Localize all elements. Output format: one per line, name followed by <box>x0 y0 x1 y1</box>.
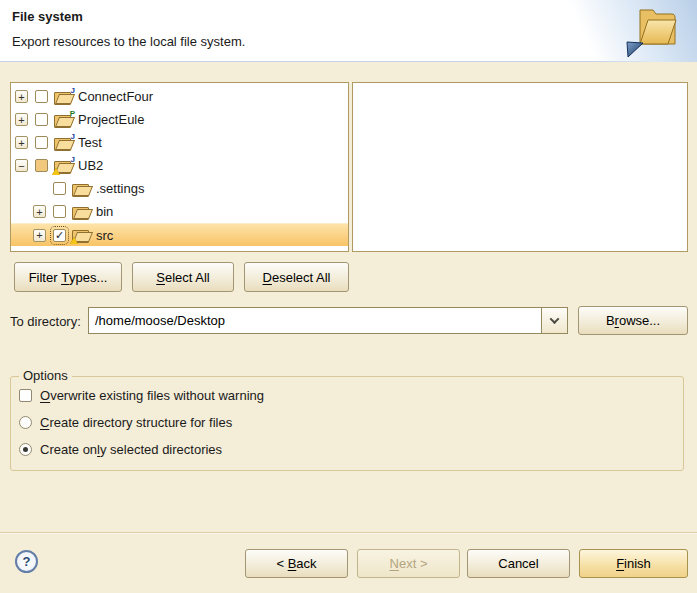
project-folder-icon: P <box>54 113 72 127</box>
to-directory-label: To directory: <box>10 314 81 329</box>
help-glyph: ? <box>23 554 31 569</box>
folder-icon <box>72 205 90 219</box>
project-decorator-icon: P <box>70 109 75 118</box>
deselect-all-button[interactable]: Deselect All <box>244 262 349 292</box>
back-button[interactable]: < Back <box>245 549 348 578</box>
expander-icon[interactable]: + <box>15 113 28 126</box>
checkbox[interactable] <box>35 113 48 126</box>
expander-icon[interactable]: + <box>15 90 28 103</box>
tree-item-label: bin <box>96 204 113 219</box>
wizard-header: File system Export resources to the loca… <box>0 0 697 62</box>
checkbox-grayed[interactable] <box>35 159 48 172</box>
export-folder-icon <box>623 3 687 59</box>
tree-item-label: Test <box>78 135 102 150</box>
tree-row-connectfour[interactable]: + J ConnectFour <box>11 85 348 108</box>
chevron-down-icon <box>550 314 560 324</box>
file-list-panel[interactable] <box>352 82 688 252</box>
checkbox[interactable] <box>53 205 66 218</box>
select-all-button[interactable]: Select All <box>132 262 234 292</box>
tree-row-settings[interactable]: .settings <box>11 177 348 200</box>
export-wizard-dialog: File system Export resources to the loca… <box>0 0 697 593</box>
directory-structure-option[interactable]: Create directory structure for files <box>19 415 232 430</box>
folder-warning-icon <box>72 228 90 242</box>
radio-button[interactable] <box>19 416 32 429</box>
option-label: Overwrite existing files without warning <box>40 388 264 403</box>
warning-overlay-icon <box>52 168 60 175</box>
java-decorator-icon: J <box>71 155 75 164</box>
radio-button-selected[interactable] <box>19 443 32 456</box>
combo-dropdown-button[interactable] <box>541 308 567 333</box>
expander-icon[interactable]: + <box>15 136 28 149</box>
java-project-folder-icon: J <box>54 136 72 150</box>
tree-row-src-selected[interactable]: + ✓ src <box>11 223 348 246</box>
option-label: Create only selected directories <box>40 442 222 457</box>
expander-icon[interactable]: + <box>33 229 46 242</box>
java-decorator-icon: J <box>71 86 75 95</box>
only-selected-option[interactable]: Create only selected directories <box>19 442 222 457</box>
directory-input[interactable] <box>89 308 541 333</box>
options-group-title: Options <box>19 368 72 383</box>
collapse-icon[interactable]: − <box>15 159 28 172</box>
checkbox[interactable] <box>53 182 66 195</box>
tree-item-label: src <box>96 228 113 243</box>
checkbox[interactable] <box>35 136 48 149</box>
page-title: File system <box>12 9 83 24</box>
warning-overlay-icon <box>70 237 78 244</box>
tree-row-bin[interactable]: + bin <box>11 200 348 223</box>
page-description: Export resources to the local file syste… <box>12 34 245 49</box>
tree-row-ub2[interactable]: − J UB2 <box>11 154 348 177</box>
java-decorator-icon: J <box>71 132 75 141</box>
tree-row-test[interactable]: + J Test <box>11 131 348 154</box>
finish-button[interactable]: Finish <box>579 549 688 578</box>
browse-button[interactable]: Browse... <box>578 306 688 335</box>
tree-item-label: ConnectFour <box>78 89 153 104</box>
option-label: Create directory structure for files <box>40 415 232 430</box>
checkbox[interactable] <box>19 389 32 402</box>
cancel-button[interactable]: Cancel <box>467 549 570 578</box>
expander-icon[interactable]: + <box>33 205 46 218</box>
tree-item-label: ProjectEule <box>78 112 144 127</box>
tree-row-projecteule[interactable]: + P ProjectEule <box>11 108 348 131</box>
selection-button-row: Filter Types... Select All Deselect All <box>14 262 349 292</box>
resource-tree: + J ConnectFour + P ProjectEule + J Test… <box>10 82 349 252</box>
help-icon[interactable]: ? <box>15 550 38 573</box>
next-button-disabled: Next > <box>357 549 460 578</box>
overwrite-option[interactable]: Overwrite existing files without warning <box>19 388 264 403</box>
tree-item-label: UB2 <box>78 158 103 173</box>
options-group: Options Overwrite existing files without… <box>10 376 684 471</box>
checkbox-checked[interactable]: ✓ <box>53 229 66 242</box>
filter-types-button[interactable]: Filter Types... <box>14 262 122 292</box>
checkbox[interactable] <box>35 90 48 103</box>
tree-item-label: .settings <box>96 181 144 196</box>
java-project-folder-icon: J <box>54 90 72 104</box>
footer-separator-highlight <box>0 533 697 534</box>
directory-combo <box>88 307 568 334</box>
folder-icon <box>72 182 90 196</box>
java-project-folder-warning-icon: J <box>54 159 72 173</box>
